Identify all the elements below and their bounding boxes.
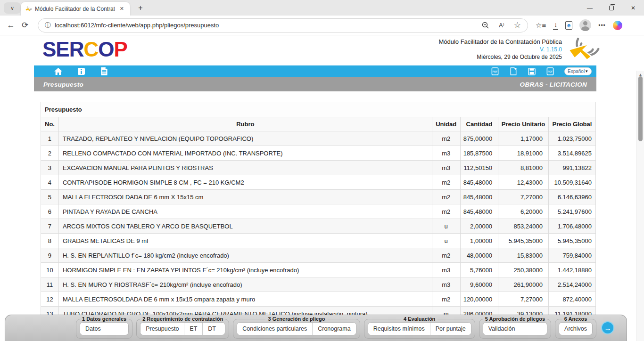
wizard-button-por-puntaje[interactable]: Por puntaje bbox=[430, 323, 471, 335]
save-icon[interactable] bbox=[528, 67, 536, 76]
cell-precio_unitario: 8,81000 bbox=[498, 161, 549, 175]
wizard-button-datos[interactable]: Datos bbox=[80, 323, 106, 335]
restore-icon bbox=[609, 6, 614, 10]
new-file-icon[interactable] bbox=[509, 67, 518, 76]
cell-precio_unitario: 15,83000 bbox=[498, 248, 549, 263]
zoom-out-icon[interactable] bbox=[482, 22, 489, 29]
download-pdf-icon[interactable]: PDF bbox=[546, 67, 554, 76]
sercop-logo: SERCOP bbox=[42, 39, 127, 60]
wizard-button-presupuesto[interactable]: Presupuesto bbox=[140, 323, 184, 335]
app-version: V. 1.15.0 bbox=[438, 46, 562, 53]
home-icon[interactable] bbox=[54, 67, 62, 76]
cell-rubro: RELLENO COMPACTADO CON MATERIAL IMPORTAD… bbox=[58, 146, 432, 161]
downloads-icon[interactable]: ↓ bbox=[553, 21, 558, 30]
cell-unidad: u bbox=[432, 219, 460, 234]
wizard-button-cronograma[interactable]: Cronograma bbox=[312, 323, 355, 335]
column-header-rubro: Rubro bbox=[58, 117, 432, 131]
main-toolbar: PDF PDF Español ▼ bbox=[34, 65, 596, 77]
wizard-button-requisitos-minimos[interactable]: Requisitos mínimos bbox=[368, 323, 430, 335]
restore-button[interactable] bbox=[601, 0, 622, 16]
copilot-icon[interactable] bbox=[613, 21, 622, 30]
wizard-group-label: 2 Requerimiento de contratación bbox=[140, 316, 225, 322]
cell-precio_unitario: 1,17000 bbox=[498, 131, 549, 146]
column-header-precio-global: Precio Global bbox=[549, 117, 596, 131]
new-tab-button[interactable]: + bbox=[135, 4, 146, 13]
cell-precio_unitario: 12,43000 bbox=[498, 175, 549, 190]
minimize-button[interactable]: — bbox=[579, 0, 601, 16]
wizard-button-dt[interactable]: DT bbox=[202, 323, 221, 335]
logo-text: SER bbox=[42, 38, 83, 61]
profile-avatar[interactable] bbox=[579, 19, 591, 31]
cell-unidad: m3 bbox=[432, 161, 460, 175]
cell-cantidad: 5,76000 bbox=[460, 263, 498, 277]
table-row: 7ARCOS MIXTOS CON TABLERO Y ARCO DE BASQ… bbox=[41, 219, 596, 234]
wizard-button-condiciones-particulares[interactable]: Condiciones particulares bbox=[237, 323, 312, 335]
column-header-cantidad: Cantidad bbox=[460, 117, 498, 131]
favorites-list-icon[interactable]: ☆≡ bbox=[536, 22, 546, 29]
read-aloud-icon[interactable]: A⁾ bbox=[499, 22, 504, 28]
page-scrollbar[interactable]: ▲ ▼ bbox=[636, 71, 644, 341]
browser-titlebar: ∨ Módulo Facilitador de la Contrata ✕ + … bbox=[0, 0, 644, 16]
cell-no: 2 bbox=[41, 146, 59, 161]
cell-rubro: CONTRAPISODE HORMIGON SIMPLE 8 CM , FC =… bbox=[58, 175, 432, 190]
favorite-star-icon[interactable]: ☆ bbox=[514, 21, 521, 29]
wizard-nav: 1 Datos generalesDatos2 Requerimiento de… bbox=[76, 316, 596, 339]
refresh-button[interactable]: ⟳ bbox=[18, 20, 32, 30]
document-icon[interactable] bbox=[100, 67, 108, 76]
cell-cantidad: 185,87500 bbox=[460, 146, 498, 161]
breadcrumb-section: Presupuesto bbox=[43, 81, 83, 88]
cell-precio_unitario: 250,38000 bbox=[498, 263, 549, 277]
cell-no: 10 bbox=[41, 263, 59, 277]
cell-cantidad: 120,00000 bbox=[460, 292, 498, 307]
arrow-right-icon: → bbox=[604, 324, 611, 332]
export-pdf-icon[interactable]: PDF bbox=[491, 67, 499, 76]
cell-precio_global: 2.514,24000 bbox=[549, 277, 596, 292]
cell-no: 5 bbox=[41, 190, 59, 204]
tab-close-icon[interactable]: ✕ bbox=[117, 5, 126, 13]
wizard-panel: 1 Datos generalesDatos2 Requerimiento de… bbox=[5, 315, 627, 341]
site-header: SERCOP Módulo Facilitador de la Contrata… bbox=[0, 35, 644, 65]
language-select[interactable]: Español ▼ bbox=[564, 67, 592, 75]
cell-precio_global: 872,40000 bbox=[549, 292, 596, 307]
language-value: Español bbox=[568, 69, 585, 74]
wizard-button-et[interactable]: ET bbox=[184, 323, 202, 335]
cell-no: 1 bbox=[41, 131, 59, 146]
tab-search-button[interactable]: ∨ bbox=[4, 2, 21, 14]
wizard-button-archivos[interactable]: Archivos bbox=[559, 323, 592, 335]
browser-tab[interactable]: Módulo Facilitador de la Contrata ✕ bbox=[21, 2, 130, 16]
close-window-button[interactable]: ✕ bbox=[622, 0, 644, 16]
table-row: 10HORMIGON SIMPLE EN : EN ZAPATA YPLINTO… bbox=[41, 263, 596, 277]
cell-cantidad: 112,50150 bbox=[460, 161, 498, 175]
logo-text: C bbox=[83, 38, 98, 61]
cell-precio_unitario: 18,91000 bbox=[498, 146, 549, 161]
info-icon[interactable] bbox=[77, 67, 85, 76]
cell-cantidad: 845,48000 bbox=[460, 175, 498, 190]
url-text[interactable]: localhost:6012/mfc-cliente/web/app.php/p… bbox=[55, 22, 482, 29]
cell-precio_unitario: 7,27000 bbox=[498, 190, 549, 204]
cell-unidad: m2 bbox=[432, 292, 460, 307]
browser-addressbar: ← ⟳ ⓘ localhost:6012/mfc-cliente/web/app… bbox=[0, 16, 644, 35]
cell-precio_unitario: 853,24000 bbox=[498, 219, 549, 234]
wizard-group-3-generacion-de-pliego: 3 Generación de pliegoCondiciones partic… bbox=[233, 316, 360, 339]
table-row: 5MALLA ELECTROSOLDADA DE 6 mm X 15x15 cm… bbox=[41, 190, 596, 204]
settings-ellipsis-icon[interactable]: ••• bbox=[598, 23, 606, 28]
cell-precio_global: 5.945,35000 bbox=[549, 234, 596, 248]
wizard-group-label: 4 Evaluación bbox=[401, 316, 438, 322]
ie-mode-icon[interactable]: e bbox=[565, 21, 572, 30]
cell-precio_global: 1.023,75000 bbox=[549, 131, 596, 146]
url-bar[interactable]: ⓘ localhost:6012/mfc-cliente/web/app.php… bbox=[38, 18, 528, 32]
wizard-group-6-anexos: 6 AnexosArchivos bbox=[555, 316, 596, 339]
wizard-button-validacion[interactable]: Validación bbox=[483, 323, 520, 335]
cell-cantidad: 1,00000 bbox=[460, 234, 498, 248]
column-header-no: No. bbox=[41, 117, 59, 131]
column-header-precio-unitario: Precio Unitario bbox=[498, 117, 549, 131]
next-step-button[interactable]: → bbox=[601, 321, 614, 334]
cell-cantidad: 875,00000 bbox=[460, 131, 498, 146]
wizard-group-label: 5 Aprobación de pliegos bbox=[483, 316, 547, 322]
back-button[interactable]: ← bbox=[4, 21, 18, 30]
wizard-group-label: 3 Generación de pliego bbox=[265, 316, 327, 322]
scrollbar-thumb[interactable] bbox=[638, 76, 643, 141]
cell-rubro: MALLA ELECTROSOLDADA DE 6 mm X 15x15 cm bbox=[58, 190, 432, 204]
cell-cantidad: 845,48000 bbox=[460, 204, 498, 219]
site-info-icon[interactable]: ⓘ bbox=[45, 21, 51, 30]
